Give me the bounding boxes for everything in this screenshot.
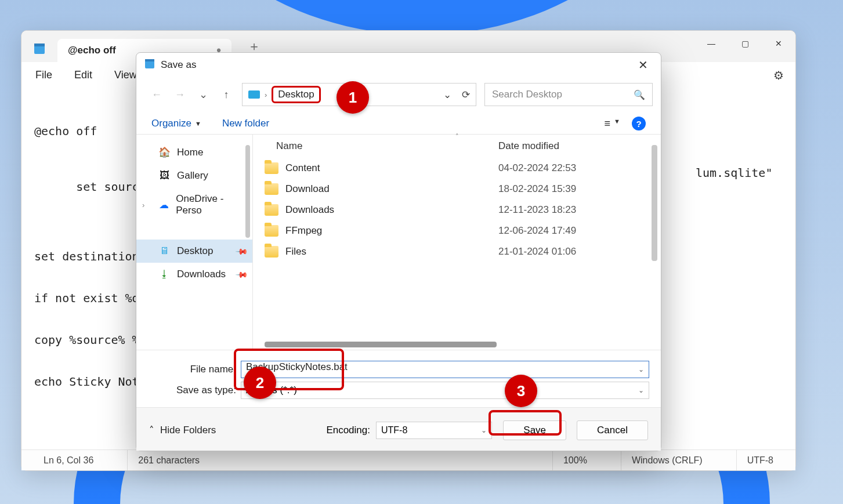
dialog-close-icon[interactable]: ✕ xyxy=(634,56,653,74)
filename-label: File name: xyxy=(148,364,241,375)
file-row[interactable]: FFmpeg 12-06-2024 17:49 xyxy=(253,220,661,241)
breadcrumb-desktop[interactable]: Desktop xyxy=(272,86,320,103)
nav-home[interactable]: 🏠 Home xyxy=(136,140,252,164)
nav-desktop[interactable]: 🖥 Desktop 📌 xyxy=(136,240,252,263)
save-as-dialog: Save as ✕ ← → ⌄ ↑ › Desktop ⌄ ⟳ Search D… xyxy=(136,52,661,451)
svg-rect-1 xyxy=(34,43,45,46)
column-name[interactable]: Name xyxy=(265,140,498,152)
search-placeholder: Search Desktop xyxy=(492,89,562,100)
refresh-icon[interactable]: ⟳ xyxy=(462,89,470,101)
dropdown-caret-icon: ▼ xyxy=(195,120,201,127)
pin-icon: 📌 xyxy=(235,267,248,281)
save-button[interactable]: Save xyxy=(503,420,566,440)
filelist-vscrollbar[interactable] xyxy=(652,145,657,261)
dialog-fields: File name: BackupStickyNotes.bat ⌄ Save … xyxy=(136,350,661,407)
column-date[interactable]: Date modified xyxy=(498,140,649,152)
filename-dropdown-icon[interactable]: ⌄ xyxy=(638,365,644,374)
pin-icon: 📌 xyxy=(235,244,248,258)
filelist-hscrollbar[interactable] xyxy=(265,342,497,347)
notepad-app-icon xyxy=(33,42,46,55)
home-icon: 🏠 xyxy=(158,146,170,158)
nav-recent-dropdown-icon[interactable]: ⌄ xyxy=(196,87,211,102)
folder-icon xyxy=(265,204,278,216)
callout-2: 2 xyxy=(244,367,276,399)
notepad-tab-title: @echo off xyxy=(68,45,116,56)
nav-downloads[interactable]: ⭳ Downloads 📌 xyxy=(136,263,252,286)
callout-3: 3 xyxy=(505,375,537,407)
menu-edit[interactable]: Edit xyxy=(74,69,92,81)
window-controls: — ▢ ✕ xyxy=(694,31,795,56)
notepad-statusbar: Ln 6, Col 36 261 characters 100% Windows… xyxy=(21,449,795,470)
file-row[interactable]: Download 18-02-2024 15:39 xyxy=(253,179,661,200)
nav-gallery[interactable]: 🖼 Gallery xyxy=(136,164,252,187)
folder-icon xyxy=(265,225,278,237)
dialog-title: Save as xyxy=(161,59,196,71)
help-icon[interactable]: ? xyxy=(632,117,646,130)
svg-rect-3 xyxy=(145,59,154,61)
close-button[interactable]: ✕ xyxy=(762,31,795,56)
file-list: ˄ Name Date modified Content 04-02-2024 … xyxy=(252,135,661,350)
folder-icon xyxy=(265,246,278,258)
file-row[interactable]: Files 21-01-2024 01:06 xyxy=(253,241,661,262)
file-row[interactable]: Content 04-02-2024 22:53 xyxy=(253,158,661,179)
status-encoding: UTF-8 xyxy=(736,450,784,470)
minimize-button[interactable]: — xyxy=(694,31,728,56)
desktop-location-icon xyxy=(248,90,260,99)
dialog-toolbar: Organize ▼ New folder ≡ ▼ ? xyxy=(136,111,661,134)
address-dropdown-icon[interactable]: ⌄ xyxy=(443,89,451,101)
callout-1: 1 xyxy=(337,81,369,114)
savetype-dropdown-icon[interactable]: ⌄ xyxy=(638,386,644,394)
expand-chevron-icon[interactable]: › xyxy=(142,201,144,209)
nav-back-icon[interactable]: ← xyxy=(149,87,164,102)
hide-folders-button[interactable]: ˄ Hide Folders xyxy=(149,425,216,437)
view-options-button[interactable]: ≡ ▼ xyxy=(605,118,620,130)
chevron-up-icon: ˄ xyxy=(149,425,154,437)
desktop-icon: 🖥 xyxy=(158,245,170,257)
folder-icon xyxy=(265,162,278,174)
breadcrumb-separator-icon: › xyxy=(265,90,267,99)
nav-onedrive[interactable]: › ☁ OneDrive - Perso xyxy=(136,187,252,222)
encoding-dropdown-icon[interactable]: ⌄ xyxy=(481,426,487,434)
savetype-select[interactable]: All files (*.*) ⌄ xyxy=(241,382,649,399)
menu-file[interactable]: File xyxy=(35,69,52,81)
editor-line-tail: lum.sqlite" xyxy=(696,166,772,180)
navigation-pane: 🏠 Home 🖼 Gallery › ☁ OneDrive - Perso 🖥 … xyxy=(136,135,252,350)
dialog-bottombar: ˄ Hide Folders Encoding: UTF-8 ⌄ Save Ca… xyxy=(136,407,661,451)
sort-ascending-icon: ˄ xyxy=(455,133,459,140)
downloads-icon: ⭳ xyxy=(158,269,170,280)
nav-forward-icon[interactable]: → xyxy=(172,87,187,102)
notepad-small-icon xyxy=(144,59,155,72)
status-position: Ln 6, Col 36 xyxy=(33,450,104,470)
file-list-header: ˄ Name Date modified xyxy=(253,135,661,158)
encoding-select[interactable]: UTF-8 ⌄ xyxy=(376,422,492,439)
search-input[interactable]: Search Desktop 🔍 xyxy=(484,83,653,106)
encoding-label: Encoding: xyxy=(326,425,370,436)
filename-input[interactable]: BackupStickyNotes.bat ⌄ xyxy=(241,361,649,378)
status-charcount: 261 characters xyxy=(127,450,210,470)
status-eol: Windows (CRLF) xyxy=(621,450,713,470)
status-zoom: 100% xyxy=(552,450,598,470)
onedrive-icon: ☁ xyxy=(158,199,169,211)
settings-gear-icon[interactable]: ⚙ xyxy=(773,68,784,82)
dialog-navrow: ← → ⌄ ↑ › Desktop ⌄ ⟳ Search Desktop 🔍 xyxy=(136,77,661,111)
organize-button[interactable]: Organize ▼ xyxy=(151,118,201,129)
dialog-body: 🏠 Home 🖼 Gallery › ☁ OneDrive - Perso 🖥 … xyxy=(136,134,661,350)
maximize-button[interactable]: ▢ xyxy=(728,31,762,56)
menu-view[interactable]: View xyxy=(114,69,137,81)
savetype-label: Save as type: xyxy=(148,385,241,396)
file-row[interactable]: Downloads 12-11-2023 18:23 xyxy=(253,200,661,220)
folder-icon xyxy=(265,183,278,195)
nav-up-icon[interactable]: ↑ xyxy=(219,87,234,102)
search-icon: 🔍 xyxy=(634,89,645,100)
dialog-titlebar: Save as ✕ xyxy=(136,53,661,77)
new-folder-button[interactable]: New folder xyxy=(222,118,269,129)
gallery-icon: 🖼 xyxy=(158,170,170,182)
cancel-button[interactable]: Cancel xyxy=(577,420,648,440)
